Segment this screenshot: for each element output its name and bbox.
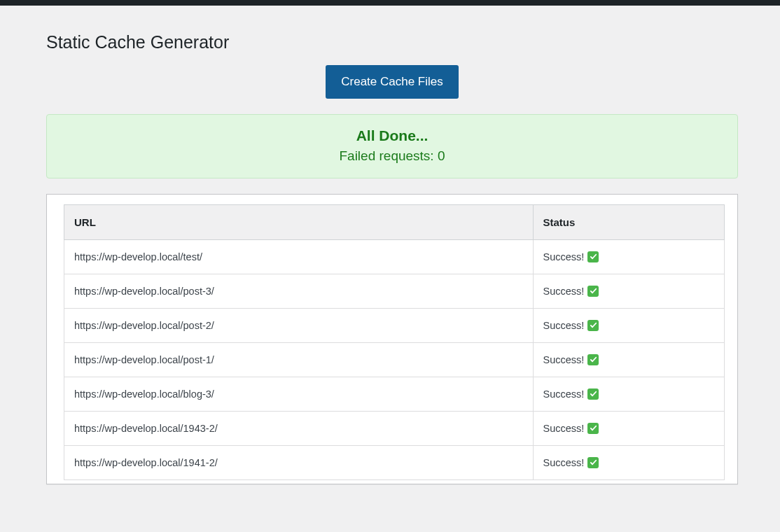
cell-status: Success! [533,377,724,411]
cell-url: https://wp-develop.local/post-1/ [64,342,534,377]
notice-success: All Done... Failed requests: 0 [46,114,738,178]
table-row: https://wp-develop.local/post-2/Success! [64,308,725,342]
create-cache-button[interactable]: Create Cache Files [326,65,459,99]
status-wrapper: Success! [543,320,599,331]
cell-url: https://wp-develop.local/post-3/ [64,274,534,308]
admin-top-bar [0,0,780,6]
page-content: Static Cache Generator Create Cache File… [0,6,780,484]
cell-url: https://wp-develop.local/1941-2/ [64,445,534,479]
status-wrapper: Success! [543,388,599,400]
notice-subtitle-prefix: Failed requests: [339,148,437,163]
checkmark-icon [587,354,599,365]
button-wrap: Create Cache Files [46,65,738,99]
results-panel: URL Status https://wp-develop.local/test… [46,194,738,484]
status-label: Success! [543,457,585,468]
cell-status: Success! [533,274,724,308]
table-row: https://wp-develop.local/post-1/Success! [64,342,725,377]
checkmark-icon [587,320,599,331]
table-row: https://wp-develop.local/blog-3/Success! [64,377,725,411]
status-label: Success! [543,388,585,400]
page-title: Static Cache Generator [46,32,738,52]
status-wrapper: Success! [543,457,599,468]
header-status: Status [533,204,724,239]
results-scroll-area[interactable]: URL Status https://wp-develop.local/test… [64,204,727,480]
checkmark-icon [587,388,599,400]
table-row: https://wp-develop.local/1943-2/Success! [64,411,725,445]
table-row: https://wp-develop.local/1941-2/Success! [64,445,725,479]
cell-url: https://wp-develop.local/test/ [64,239,534,274]
table-row: https://wp-develop.local/test/Success! [64,239,725,274]
status-wrapper: Success! [543,286,599,297]
status-wrapper: Success! [543,354,599,365]
status-label: Success! [543,423,585,434]
table-row: https://wp-develop.local/post-3/Success! [64,274,725,308]
cell-status: Success! [533,445,724,479]
notice-subtitle: Failed requests: 0 [54,148,730,164]
checkmark-icon [587,457,599,468]
cell-url: https://wp-develop.local/1943-2/ [64,411,534,445]
status-label: Success! [543,286,585,297]
cell-status: Success! [533,308,724,342]
header-url: URL [64,204,534,239]
table-header-row: URL Status [64,204,725,239]
notice-failed-count: 0 [438,148,445,163]
status-label: Success! [543,251,585,262]
results-table: URL Status https://wp-develop.local/test… [64,204,725,480]
notice-title: All Done... [54,127,730,144]
cell-url: https://wp-develop.local/blog-3/ [64,377,534,411]
status-wrapper: Success! [543,423,599,434]
cell-status: Success! [533,411,724,445]
cell-url: https://wp-develop.local/post-2/ [64,308,534,342]
checkmark-icon [587,251,599,262]
status-label: Success! [543,320,585,331]
checkmark-icon [587,423,599,434]
checkmark-icon [587,286,599,297]
status-label: Success! [543,354,585,365]
cell-status: Success! [533,342,724,377]
cell-status: Success! [533,239,724,274]
status-wrapper: Success! [543,251,599,262]
